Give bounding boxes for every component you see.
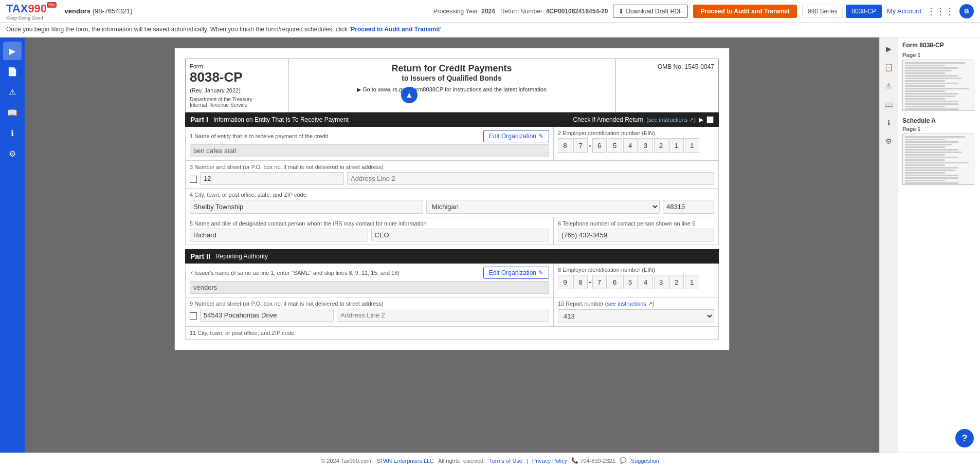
page1-thumb-area: Page 1: [902, 52, 976, 111]
right-doc-icon[interactable]: 📋: [882, 60, 896, 74]
ein-digit-8: 8: [558, 138, 572, 153]
proceed-audit-button[interactable]: Proceed to Audit and Transmit: [693, 5, 797, 18]
ein-digit-1b: 1: [685, 138, 699, 153]
field7-header: 7 Issuer's name (if same as line 1, ente…: [190, 267, 549, 279]
field10-section: 10 Report number (see instructions ↗) 41…: [554, 297, 718, 326]
my-account-link[interactable]: My Account: [887, 7, 921, 15]
proceed-link-text: 'Proceed to Audit and Transmit': [349, 26, 441, 33]
form-document: Form 8038-CP (Rev. January 2022) Departm…: [174, 48, 730, 350]
amended-checkbox[interactable]: [706, 116, 714, 123]
field9-addr2-input[interactable]: [337, 309, 549, 322]
right-book-icon[interactable]: 📖: [882, 97, 896, 111]
field3-addr2-input[interactable]: [347, 172, 714, 185]
vendors-label: vendors: [65, 7, 91, 15]
see-instructions-link2[interactable]: see instructions: [607, 301, 646, 307]
form-header-right: OMB No. 1545-0047: [615, 59, 718, 112]
ein2-digit-3: 3: [654, 275, 668, 289]
scroll-up-button[interactable]: ▲: [401, 87, 418, 103]
field1-label: 1 Name of entity that is to receive paym…: [190, 133, 328, 139]
ein2-digit-5: 5: [623, 275, 638, 289]
help-button[interactable]: ?: [955, 429, 974, 447]
right-warn-icon[interactable]: ⚠: [882, 79, 896, 93]
right-gear-icon[interactable]: ⚙: [882, 134, 896, 148]
field3-street-input[interactable]: [200, 172, 344, 185]
main-layout: ▶ 📄 ⚠ 📖 ℹ ⚙ ▲ Form 8038-CP (Rev. January…: [0, 38, 980, 456]
series-btns: 990 Series 8038-CP: [802, 5, 882, 18]
sidebar-doc-icon[interactable]: 📄: [3, 62, 22, 81]
download-draft-button[interactable]: ⬇ Download Draft PDF: [613, 5, 688, 18]
right-info-icon[interactable]: ℹ: [882, 116, 896, 130]
ein-dash-1: -: [589, 141, 591, 149]
field1-input[interactable]: [190, 144, 549, 157]
amended-check-area: Check if Amended Return (see instruction…: [573, 116, 714, 123]
field3-label: 3 Number and street (or P.O. box no. if …: [190, 164, 714, 170]
field2-label: 2 Employer identification number (EIN): [558, 130, 714, 136]
field5-name-input[interactable]: [190, 229, 368, 241]
field4-inputs: Michigan: [190, 200, 714, 214]
ein-digit-2: 2: [654, 138, 668, 153]
form-header: Form 8038-CP (Rev. January 2022) Departm…: [185, 59, 719, 113]
field9-section: 9 Number and street (or P.O. box no. if …: [186, 297, 554, 326]
sidebar-gear-icon[interactable]: ⚙: [3, 144, 22, 163]
field9-label: 9 Number and street (or P.O. box no. if …: [190, 301, 549, 307]
field10-report-select[interactable]: 413: [558, 309, 714, 323]
form-area: ▲ Form 8038-CP (Rev. January 2022) Depar…: [25, 38, 879, 456]
part1-label: Part I: [190, 116, 208, 124]
8038cp-button[interactable]: 8038-CP: [846, 5, 881, 18]
right-arrow-icon[interactable]: ▶: [882, 42, 896, 56]
edit-icon-2: ✎: [538, 269, 543, 276]
logo-990: 990: [28, 2, 47, 15]
sidebar-warning-icon[interactable]: ⚠: [3, 83, 22, 101]
form-prefix: Form: [190, 63, 284, 69]
field9-street-input[interactable]: [200, 309, 334, 322]
processing-info: Processing Year: 2024 Return Number: 4CP…: [433, 8, 608, 15]
sidebar-info-icon[interactable]: ℹ: [3, 124, 22, 142]
return-num-label: Return Number:: [500, 8, 544, 15]
user-avatar[interactable]: B: [959, 4, 974, 18]
field11-section: 11 City, town, or post office; and ZIP c…: [185, 327, 719, 340]
topbar-right: Processing Year: 2024 Return Number: 4CP…: [433, 4, 974, 18]
logo: TAX990Pro Keep Doing Good: [6, 2, 57, 21]
field-row-9-10: 9 Number and street (or P.O. box no. if …: [185, 297, 719, 327]
field11-label: 11 City, town, or post office; and ZIP c…: [190, 330, 714, 336]
see-instructions-text1: see instructions: [648, 117, 687, 123]
ein2-digit-7: 7: [592, 275, 607, 289]
field5-title-input[interactable]: [371, 229, 550, 241]
field5-label: 5 Name and title of designated contact p…: [190, 220, 549, 227]
field4-state-select[interactable]: Michigan: [426, 200, 660, 214]
990-series-button[interactable]: 990 Series: [802, 5, 843, 18]
part2-header: Part II Reporting Authority: [185, 249, 719, 264]
field5-inputs: [190, 229, 549, 241]
form-irs-link: ▶ Go to www.irs.gov/Form8038CP for instr…: [293, 86, 611, 93]
see-instructions-link1[interactable]: (see instructions ↗): [646, 117, 696, 123]
logo-sub: Keep Doing Good: [6, 15, 57, 21]
edit-org-button-2[interactable]: Edit Organization ✎: [483, 267, 549, 279]
edit-org-button-1[interactable]: Edit Organization ✎: [483, 130, 549, 142]
grid-icon[interactable]: ⋮⋮⋮: [927, 6, 954, 17]
po-box-checkbox-2[interactable]: [190, 312, 197, 320]
form-irs: Internal Revenue Service: [190, 102, 284, 108]
proc-year-label: Processing Year:: [433, 8, 480, 15]
left-sidebar: ▶ 📄 ⚠ 📖 ℹ ⚙: [0, 38, 25, 456]
page1-thumbnail[interactable]: [902, 60, 974, 111]
schedule-a-thumbnail[interactable]: [902, 134, 974, 185]
proc-year: 2024: [481, 8, 495, 15]
form-header-center: Return for Credit Payments to Issuers of…: [288, 59, 615, 112]
sidebar-arrow-icon[interactable]: ▶: [3, 42, 22, 60]
infobar: Once you begin filing the form, the info…: [0, 23, 980, 38]
logo-tax: TAX: [6, 2, 28, 15]
page1-label: Page 1: [902, 52, 976, 58]
ein-digit-1a: 1: [669, 138, 684, 153]
field-row-5-6: 5 Name and title of designated contact p…: [185, 217, 719, 245]
field4-city-input[interactable]: [190, 200, 423, 214]
amended-arrow: ▶: [699, 116, 703, 123]
schedule-a-label: Schedule A: [902, 117, 976, 124]
field7-input[interactable]: [190, 281, 549, 294]
ein2-digit-9: 9: [558, 275, 572, 289]
field6-phone-input[interactable]: [558, 229, 714, 241]
field4-zip-input[interactable]: [663, 200, 714, 214]
po-box-checkbox-1[interactable]: [190, 176, 197, 183]
sidebar-book-icon[interactable]: 📖: [3, 103, 22, 122]
field-row-7-8: 7 Issuer's name (if same as line 1, ente…: [185, 264, 719, 297]
edit-org-label-1: Edit Organization: [489, 133, 536, 140]
